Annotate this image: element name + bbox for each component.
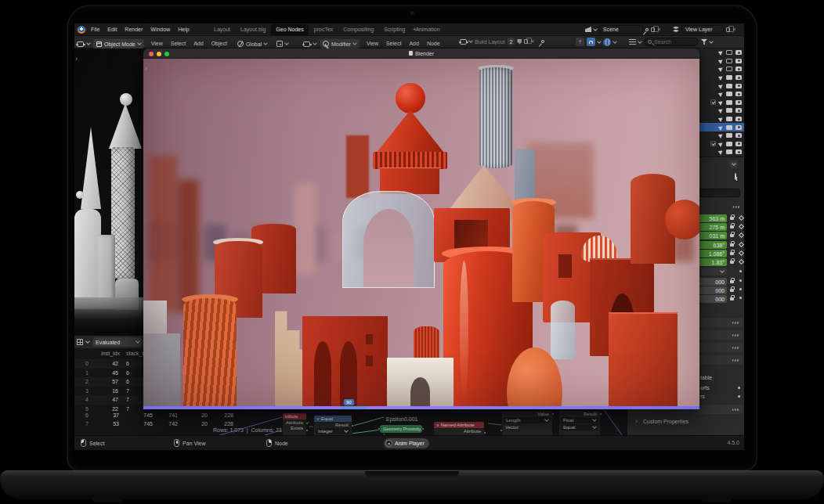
hide-render-icon[interactable]	[735, 108, 742, 113]
snap-target-dropdown[interactable]	[273, 39, 291, 49]
hide-render-icon[interactable]	[735, 92, 742, 96]
workspace-tab-layout-big[interactable]: Layout.big	[236, 24, 270, 36]
collapsed-panel-arrow-icon[interactable]	[75, 55, 78, 63]
hide-render-icon[interactable]	[735, 50, 742, 55]
lock-icon[interactable]	[730, 252, 734, 255]
pin-icon[interactable]	[540, 39, 545, 44]
output-socket-icon[interactable]	[551, 412, 555, 416]
stop-icon[interactable]: ×	[385, 440, 392, 447]
input-socket-icon[interactable]	[500, 429, 503, 432]
custom-properties-header[interactable]: Custom Properties	[643, 419, 688, 424]
hide-viewport-icon[interactable]	[726, 59, 732, 63]
animate-dot-icon[interactable]	[738, 395, 740, 398]
parenting-icon[interactable]	[576, 38, 584, 46]
orientation-dropdown[interactable]: Global	[234, 39, 270, 49]
fake-user-shield-icon[interactable]	[517, 39, 522, 45]
output-socket-icon[interactable]	[483, 431, 486, 434]
node-tree-icon[interactable]	[460, 39, 467, 45]
hide-viewport-icon[interactable]	[726, 142, 732, 146]
search-input[interactable]: Search	[644, 38, 699, 46]
checkbox[interactable]	[710, 99, 716, 105]
animate-dot-icon[interactable]	[739, 288, 742, 290]
output-socket-icon[interactable]	[599, 412, 602, 416]
lock-icon[interactable]	[730, 234, 734, 237]
named-attribute-node[interactable]: Named Attribute Attribute	[433, 421, 485, 436]
blender-logo-icon[interactable]	[78, 26, 85, 34]
pin-icon[interactable]	[645, 27, 649, 32]
close-traffic-light[interactable]	[149, 52, 154, 56]
chevron-down-icon[interactable]	[593, 27, 598, 31]
lock-icon[interactable]	[730, 289, 734, 292]
workspace-tab-layout[interactable]: Layout	[209, 24, 235, 36]
minimize-traffic-light[interactable]	[157, 52, 161, 56]
menu-render[interactable]: Render	[121, 23, 146, 36]
hide-render-icon[interactable]	[735, 149, 742, 154]
hide-viewport-icon[interactable]	[726, 100, 732, 105]
hide-render-icon[interactable]	[735, 133, 742, 138]
equal-node[interactable]: Equal Result Integer	[313, 415, 352, 436]
equal-dropdown[interactable]: Equal	[561, 424, 598, 430]
length-dropdown[interactable]: Length	[504, 417, 551, 423]
add-workspace-button[interactable]: +	[413, 27, 416, 32]
chevron-down-icon[interactable]	[468, 38, 473, 43]
scene-name-field[interactable]: Scene	[599, 25, 643, 34]
workspace-tab-scripting[interactable]: Scripting	[379, 24, 410, 36]
datablock-dropdown[interactable]: Modifier	[320, 39, 360, 49]
hide-viewport-icon[interactable]	[726, 125, 732, 130]
lock-icon[interactable]	[730, 243, 734, 247]
window-titlebar[interactable]: Blender	[143, 49, 699, 59]
output-socket-icon[interactable]	[421, 427, 425, 430]
keyframe-diamond-icon[interactable]	[739, 242, 744, 247]
timeline-strip[interactable]	[143, 406, 699, 409]
view-layer-icon[interactable]	[673, 27, 679, 33]
pin-icon[interactable]	[735, 173, 736, 180]
copy-icon[interactable]	[524, 39, 528, 44]
render-window[interactable]: Blender	[143, 49, 699, 409]
editor-type-icon[interactable]	[77, 41, 84, 47]
hide-viewport-icon[interactable]	[726, 84, 732, 88]
keyframe-diamond-icon[interactable]	[739, 259, 744, 265]
scene-icon[interactable]	[585, 27, 591, 32]
proportional-globe-icon[interactable]	[603, 38, 611, 46]
workspace-tab-compositing[interactable]: Compositing	[338, 24, 378, 36]
view-layer-field[interactable]: View Layer	[681, 25, 724, 34]
animate-dot-icon[interactable]	[738, 387, 740, 389]
snap-magnet-icon[interactable]	[587, 38, 595, 46]
hide-viewport-icon[interactable]	[726, 67, 732, 71]
chevron-down-icon[interactable]	[709, 39, 714, 44]
hide-viewport-icon[interactable]	[726, 50, 732, 55]
display-mode-icon[interactable]	[629, 39, 636, 45]
hide-render-icon[interactable]	[735, 125, 742, 130]
lock-icon[interactable]	[730, 297, 734, 301]
keyframe-diamond-icon[interactable]	[739, 232, 744, 238]
options-dropdown[interactable]	[730, 160, 738, 168]
menu-help[interactable]: Help	[174, 23, 193, 36]
node-tree-name[interactable]: Build Layout	[475, 39, 505, 45]
keyframe-diamond-icon[interactable]	[739, 250, 744, 256]
copy-icon[interactable]	[651, 27, 655, 32]
hide-viewport-icon[interactable]	[726, 133, 732, 138]
workspace-tab-geo-nodes[interactable]: Geo Nodes	[271, 24, 308, 36]
hide-viewport-icon[interactable]	[726, 117, 732, 121]
current-frame-badge[interactable]: 90	[344, 399, 354, 405]
chevron-down-icon[interactable]	[313, 41, 317, 45]
mode-dropdown[interactable]: Object Mode	[93, 39, 144, 49]
hide-viewport-icon[interactable]	[726, 108, 732, 113]
editor-type-icon[interactable]	[303, 41, 310, 47]
integer-dropdown[interactable]: Integer	[316, 428, 350, 434]
hide-render-icon[interactable]	[735, 67, 742, 71]
panel-menu-icon[interactable]	[732, 206, 739, 208]
attribute-node[interactable]: tribute Attribute Exists	[282, 412, 307, 436]
hide-viewport-icon[interactable]	[726, 149, 732, 154]
geometry-proximity-node[interactable]: Geometry Proximity	[380, 425, 422, 433]
hide-render-icon[interactable]	[735, 84, 742, 88]
menu-file[interactable]: File	[87, 23, 103, 36]
collapsed-panel-arrow-icon[interactable]	[145, 64, 147, 72]
hide-viewport-icon[interactable]	[726, 75, 732, 80]
hide-viewport-icon[interactable]	[726, 92, 732, 96]
compare-node[interactable]: Result Float Equal	[558, 410, 601, 436]
vector-math-node[interactable]: Value Length Vector	[501, 410, 553, 436]
output-socket-icon[interactable]	[305, 429, 309, 432]
keyframe-diamond-icon[interactable]	[739, 224, 744, 229]
hide-render-icon[interactable]	[735, 75, 742, 80]
